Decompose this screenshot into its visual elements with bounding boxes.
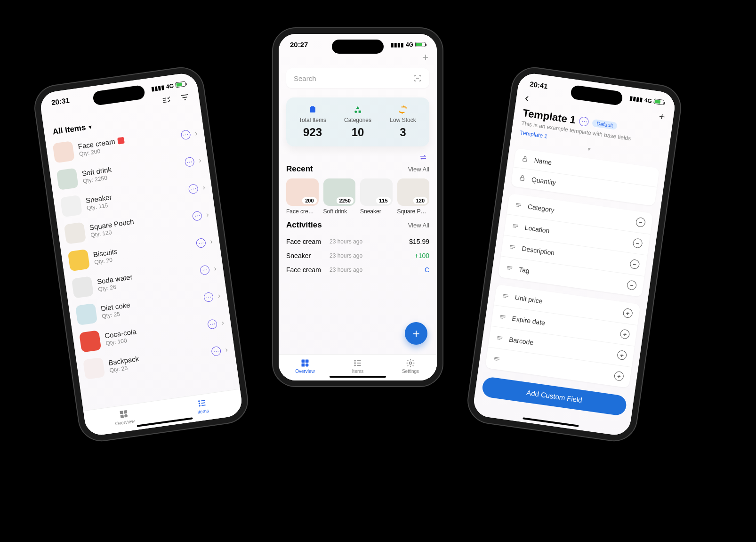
recent-title: Recent: [286, 164, 313, 174]
remove-icon[interactable]: −: [627, 280, 637, 291]
svg-point-18: [410, 362, 412, 364]
add-icon[interactable]: +: [614, 371, 625, 381]
list-icon: [197, 398, 208, 409]
signal-bars-icon: ▮▮▮▮: [629, 95, 643, 103]
svg-point-17: [354, 365, 355, 366]
stat-box[interactable]: Total Items 923: [290, 105, 335, 139]
stat-value: 3: [400, 126, 406, 139]
add-button[interactable]: +: [658, 110, 666, 123]
nav-items[interactable]: Items: [331, 358, 384, 374]
add-icon[interactable]: +: [617, 350, 627, 361]
activity-row[interactable]: Face cream 23 hours ago $15.99: [286, 235, 429, 249]
recent-name: Square P…: [397, 208, 430, 215]
nav-items[interactable]: Items: [162, 393, 243, 419]
svg-rect-11: [302, 360, 305, 363]
item-thumb: [52, 141, 74, 163]
recent-name: Sneaker: [360, 208, 393, 215]
recent-card[interactable]: 120 Square P…: [397, 178, 430, 215]
chevron-right-icon: ›: [221, 318, 225, 327]
lock-icon: [521, 154, 529, 163]
home-indicator[interactable]: [330, 376, 386, 378]
svg-point-4: [199, 401, 200, 402]
more-icon[interactable]: ⋯: [211, 346, 222, 357]
add-icon[interactable]: +: [622, 308, 633, 319]
phone-overview: 20:27 ▮▮▮▮ 4G + Search Total Items 923 C…: [273, 28, 442, 386]
chevron-right-icon: ›: [217, 291, 221, 300]
swap-icon[interactable]: [419, 154, 427, 161]
activity-time: 23 hours ago: [330, 252, 414, 259]
loop-icon: [398, 105, 408, 114]
filter-icon[interactable]: [179, 92, 190, 103]
search-input[interactable]: Search: [286, 68, 429, 88]
battery-icon: [415, 42, 426, 47]
nav-settings[interactable]: Settings: [384, 358, 437, 374]
item-thumb: [75, 303, 97, 325]
stat-value: 10: [352, 126, 364, 139]
scan-icon[interactable]: [413, 74, 422, 82]
stat-shapes[interactable]: Categories 10: [335, 105, 380, 139]
nav-overview[interactable]: Overview: [84, 404, 164, 430]
stat-value: 923: [303, 126, 322, 139]
signal-bars-icon: ▮▮▮▮: [391, 41, 404, 48]
add-icon[interactable]: +: [619, 329, 630, 340]
nav-overview[interactable]: Overview: [279, 358, 331, 374]
remove-icon[interactable]: −: [629, 259, 640, 270]
item-thumb: [79, 330, 101, 352]
lines-icon: [499, 313, 507, 321]
svg-point-14: [306, 364, 309, 367]
activities-view-all[interactable]: View All: [408, 222, 429, 229]
signal-bars-icon: ▮▮▮▮: [151, 83, 165, 92]
fab-add[interactable]: +: [405, 322, 427, 345]
recent-thumb: 2250: [323, 178, 356, 206]
svg-rect-20: [520, 178, 524, 181]
qty-badge: 200: [302, 197, 316, 204]
more-icon[interactable]: ⋯: [180, 129, 191, 140]
recent-card[interactable]: 2250 Soft drink: [323, 178, 356, 215]
more-icon[interactable]: ⋯: [192, 210, 202, 221]
activity-row[interactable]: Sneaker 23 hours ago +100: [286, 249, 429, 263]
more-icon[interactable]: ⋯: [207, 319, 218, 330]
activity-time: 23 hours ago: [330, 238, 409, 245]
svg-rect-7: [310, 107, 315, 113]
chevron-right-icon: ›: [225, 345, 228, 354]
back-button[interactable]: ‹: [524, 91, 530, 105]
svg-rect-19: [523, 158, 527, 162]
grid-icon: [119, 409, 129, 420]
more-icon[interactable]: ⋯: [188, 184, 199, 194]
field-name: [506, 360, 609, 375]
remove-icon[interactable]: −: [632, 238, 643, 249]
more-icon[interactable]: ⋯: [184, 157, 195, 168]
network-label: 4G: [166, 82, 174, 90]
gear-icon: [406, 358, 415, 368]
recent-view-all[interactable]: View All: [408, 166, 429, 173]
notch: [332, 40, 384, 54]
phone-items-list: 20:31 ▮▮▮▮ 4G All Items▼ Face cream Qty:…: [32, 65, 250, 444]
more-icon[interactable]: ⋯: [195, 238, 206, 249]
select-icon[interactable]: [161, 95, 172, 105]
more-icon[interactable]: ⋯: [579, 116, 589, 127]
qty-badge: 120: [413, 197, 427, 204]
activity-time: 23 hours ago: [330, 267, 425, 273]
remove-icon[interactable]: −: [635, 217, 646, 228]
chevron-down-icon: ▼: [87, 124, 93, 130]
recent-card[interactable]: 200 Face cre…: [286, 178, 319, 215]
lines-icon: [496, 334, 504, 342]
phone-template: 20:41 ▮▮▮▮ 4G ‹ + Template 1 ⋯ Default T…: [466, 65, 683, 444]
svg-point-15: [354, 360, 355, 361]
recent-card[interactable]: 115 Sneaker: [360, 178, 393, 215]
svg-point-16: [354, 363, 355, 364]
stat-loop[interactable]: Low Stock 3: [380, 105, 426, 139]
activity-name: Face cream: [286, 266, 330, 274]
svg-rect-10: [359, 111, 361, 113]
chevron-right-icon: ›: [213, 264, 217, 273]
lines-icon: [501, 292, 510, 300]
item-thumb: [56, 168, 79, 190]
recent-name: Face cre…: [286, 208, 319, 215]
activity-row[interactable]: Face cream 23 hours ago C: [286, 263, 429, 277]
recent-thumb: 200: [286, 178, 319, 206]
bottom-nav: Overview Items: [83, 389, 244, 437]
activity-name: Face cream: [286, 238, 330, 245]
more-icon[interactable]: ⋯: [199, 265, 210, 275]
more-icon[interactable]: ⋯: [203, 292, 214, 303]
chevron-right-icon: ›: [209, 237, 213, 246]
